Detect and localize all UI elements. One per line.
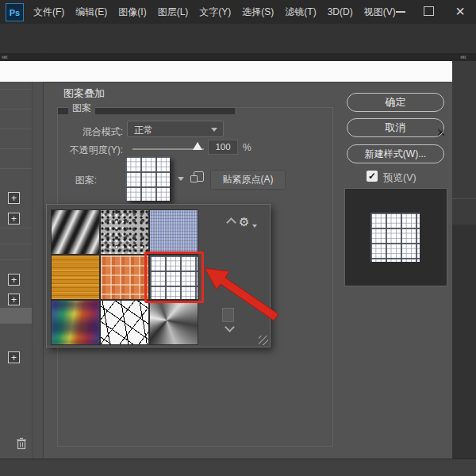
opacity-unit-label: % [243, 142, 251, 153]
picker-scroll-down-icon[interactable] [225, 322, 235, 332]
pattern-swatch-ink-scribble[interactable] [101, 301, 148, 344]
tab-scroll-left-icon[interactable]: «« [2, 53, 6, 61]
menu-item[interactable]: 滤镜(T) [285, 6, 316, 19]
add-effect-button[interactable]: + [8, 294, 20, 305]
rail-divider-line [32, 82, 33, 459]
effect-row-divider [0, 148, 32, 149]
new-style-button[interactable]: 新建样式(W)... [347, 144, 444, 163]
menu-item[interactable]: 3D(D) [328, 6, 353, 17]
window-close-icon[interactable]: × [451, 1, 469, 21]
menu-item[interactable]: 文字(Y) [199, 6, 231, 19]
pattern-swatch-wood-grain[interactable] [52, 255, 99, 299]
pattern-swatch-blue-denim[interactable] [150, 210, 198, 254]
pattern-label: 图案: [48, 174, 97, 187]
blend-mode-select[interactable]: 正常 [127, 121, 224, 137]
pattern-group-label: 图案 [68, 102, 95, 115]
snap-to-origin-button[interactable]: 贴紧原点(A) [210, 170, 286, 190]
effect-row-divider [0, 259, 32, 260]
options-bar [0, 24, 476, 54]
picker-resize-grip[interactable] [259, 336, 268, 345]
opacity-value-field[interactable]: 100 [208, 140, 238, 155]
pattern-swatch-gray-satin[interactable] [150, 301, 198, 344]
minimize-icon[interactable] [396, 11, 405, 13]
add-effect-button[interactable]: + [8, 274, 20, 286]
effect-row-divider [0, 168, 32, 169]
maximize-icon[interactable] [424, 6, 434, 16]
add-effect-button[interactable]: + [8, 213, 20, 225]
menu-items: 文件(F)编辑(E)图像(I)图层(L)文字(Y)选择(S)滤镜(T)3D(D)… [33, 0, 407, 24]
chevron-down-icon [211, 128, 217, 132]
effect-row-divider [0, 228, 32, 228]
blend-mode-label: 混合模式: [44, 125, 123, 139]
pattern-swatch-rainbow-tiedye[interactable] [52, 301, 99, 344]
menu-item[interactable]: 图层(L) [158, 6, 189, 19]
effect-row-divider [0, 129, 32, 129]
delete-effect-trash-icon[interactable] [16, 437, 27, 450]
dialog-title-bar[interactable]: × [0, 61, 452, 82]
dock-divider [452, 198, 476, 199]
menu-item[interactable]: 文件(F) [33, 6, 64, 19]
photoshop-logo: Ps [6, 3, 24, 21]
add-effect-button[interactable]: + [8, 351, 20, 363]
effect-row-divider [0, 89, 32, 90]
pattern-swatch-granite-noise[interactable] [101, 210, 148, 254]
gear-menu-chevron-icon [252, 225, 257, 228]
preview-checkbox[interactable]: ✓ [367, 171, 378, 182]
ok-button[interactable]: 确定 [347, 93, 444, 112]
panel-heading: 图案叠加 [63, 86, 105, 101]
gear-icon[interactable]: ⚙ [239, 215, 249, 229]
new-pattern-stamp-icon[interactable] [194, 171, 204, 182]
opacity-label: 不透明度(Y): [36, 144, 123, 157]
picker-scrollbar-thumb[interactable] [222, 308, 234, 322]
picker-scroll-up-icon[interactable] [226, 217, 236, 228]
selected-effect-row[interactable] [0, 308, 32, 324]
menu-item[interactable]: 图像(I) [118, 6, 146, 19]
document-tab-bar: «« «« [0, 53, 476, 61]
preview-label: 预览(V) [383, 171, 416, 185]
effect-row-divider [0, 109, 32, 109]
dock-lower-area [452, 225, 476, 459]
current-pattern-thumbnail[interactable] [125, 156, 170, 201]
menu-item[interactable]: 视图(V) [364, 6, 396, 19]
status-bar: 100% 文档:732.4K/0 字节 > [0, 459, 476, 476]
pattern-swatch-orange-weave[interactable] [101, 255, 148, 299]
annotation-highlight-rectangle [144, 251, 204, 303]
blend-mode-value: 正常 [134, 124, 153, 137]
tab-scroll-right-icon[interactable]: «« [460, 53, 465, 61]
cancel-button[interactable]: 取消 [347, 118, 444, 137]
opacity-slider-thumb[interactable] [193, 142, 202, 150]
pattern-picker-chevron-down-icon[interactable] [178, 177, 184, 181]
style-preview-panel [344, 188, 447, 286]
pattern-swatch-zebra-stripes[interactable] [52, 210, 99, 254]
menu-item[interactable]: 选择(S) [242, 6, 274, 19]
effect-row-divider [0, 244, 32, 244]
style-preview-thumbnail [370, 213, 420, 262]
menu-bar: Ps 文件(F)编辑(E)图像(I)图层(L)文字(Y)选择(S)滤镜(T)3D… [0, 0, 476, 25]
menu-item[interactable]: 编辑(E) [75, 6, 107, 19]
layer-style-effect-list: + + + + + [0, 82, 44, 459]
add-effect-button[interactable]: + [8, 192, 20, 204]
